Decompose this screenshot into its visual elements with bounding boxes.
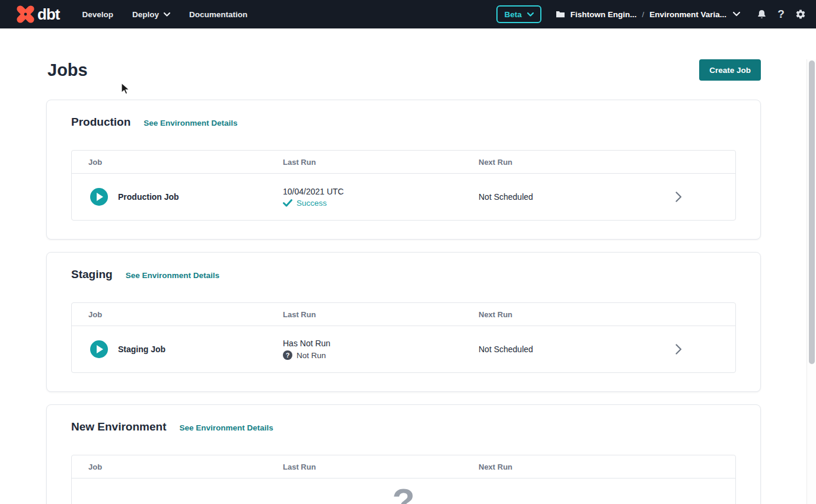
page-title: Jobs [47, 60, 88, 80]
nav-right-group: Beta Fishtown Engin... / Environment Var… [496, 5, 807, 23]
chevron-down-icon [164, 12, 170, 17]
job-row-production-job[interactable]: Production Job 10/04/2021 UTC Success No… [72, 174, 735, 220]
jobs-table: Job Last Run Next Run Staging Job Has No… [71, 302, 736, 373]
chevron-right-icon [675, 344, 682, 355]
environment-name: Production [71, 116, 130, 129]
column-header-last-run: Last Run [283, 310, 479, 319]
jobs-table: Job Last Run Next Run Production Job 10/… [71, 150, 736, 221]
last-run-date: Has Not Run [283, 339, 479, 348]
question-circle-icon: ? [393, 483, 415, 504]
column-header-job: Job [88, 462, 283, 471]
primary-nav: Develop Deploy Documentation [82, 10, 247, 19]
not-run-question-icon: ? [283, 350, 292, 360]
main-content: Jobs Create Job Production See Environme… [0, 59, 816, 504]
next-run-value: Not Scheduled [479, 192, 675, 202]
run-job-play-button[interactable] [90, 188, 108, 206]
job-name: Production Job [118, 192, 179, 202]
see-environment-details-link[interactable]: See Environment Details [144, 119, 237, 127]
environment-name: Staging [71, 268, 113, 281]
job-row-staging-job[interactable]: Staging Job Has Not Run ? Not Run Not Sc… [72, 326, 735, 372]
top-navigation: dbt Develop Deploy Documentation Beta Fi… [0, 0, 816, 28]
job-name: Staging Job [118, 344, 165, 354]
notifications-bell-icon[interactable] [756, 8, 767, 21]
dbt-logo-icon [15, 4, 36, 24]
folder-icon [556, 10, 565, 18]
scrollbar-thumb[interactable] [809, 60, 815, 364]
column-header-last-run: Last Run [283, 158, 479, 167]
job-status: Success [297, 199, 327, 208]
create-job-button[interactable]: Create Job [699, 59, 761, 81]
breadcrumb-separator: / [642, 10, 644, 19]
column-header-job: Job [88, 158, 283, 167]
row-chevron[interactable] [675, 192, 735, 202]
help-icon[interactable]: ? [775, 8, 787, 21]
nav-item-deploy[interactable]: Deploy [132, 10, 170, 19]
project-breadcrumb[interactable]: Fishtown Engin... / Environment Varia... [556, 10, 740, 19]
next-run-value: Not Scheduled [479, 344, 675, 354]
environment-card-new-environment: New Environment See Environment Details … [46, 404, 761, 504]
success-check-icon [283, 199, 292, 207]
dbt-logo[interactable]: dbt [15, 4, 59, 24]
vertical-scrollbar[interactable] [807, 59, 816, 504]
nav-icon-group: ? [756, 8, 807, 21]
dbt-logo-text: dbt [37, 5, 59, 24]
last-run-date: 10/04/2021 UTC [283, 187, 479, 196]
jobs-table-header: Job Last Run Next Run [72, 455, 735, 479]
job-status: Not Run [297, 351, 326, 360]
chevron-down-icon[interactable] [733, 12, 740, 17]
nav-item-develop[interactable]: Develop [82, 10, 113, 19]
chevron-down-icon [527, 12, 534, 17]
play-icon [97, 193, 103, 201]
jobs-table-header: Job Last Run Next Run [72, 151, 735, 174]
see-environment-details-link[interactable]: See Environment Details [179, 423, 273, 432]
settings-gear-icon[interactable] [795, 8, 807, 21]
chevron-right-icon [675, 192, 682, 202]
nav-item-documentation[interactable]: Documentation [189, 10, 247, 19]
column-header-next-run: Next Run [479, 310, 675, 319]
breadcrumb-page[interactable]: Environment Varia... [649, 10, 726, 19]
run-job-play-button[interactable] [90, 340, 108, 358]
environment-card-staging: Staging See Environment Details Job Last… [46, 252, 761, 392]
beta-dropdown-button[interactable]: Beta [496, 5, 541, 23]
jobs-table: Job Last Run Next Run ? [71, 455, 736, 504]
row-chevron[interactable] [675, 344, 735, 355]
environment-card-production: Production See Environment Details Job L… [46, 100, 761, 240]
environment-name: New Environment [71, 420, 166, 433]
play-icon [97, 345, 103, 353]
see-environment-details-link[interactable]: See Environment Details [126, 271, 219, 280]
column-header-next-run: Next Run [479, 462, 675, 471]
breadcrumb-account[interactable]: Fishtown Engin... [570, 10, 637, 19]
column-header-last-run: Last Run [283, 462, 479, 471]
jobs-table-header: Job Last Run Next Run [72, 303, 735, 326]
column-header-job: Job [88, 310, 283, 319]
empty-jobs-state: ? [72, 479, 735, 504]
column-header-next-run: Next Run [479, 158, 675, 167]
